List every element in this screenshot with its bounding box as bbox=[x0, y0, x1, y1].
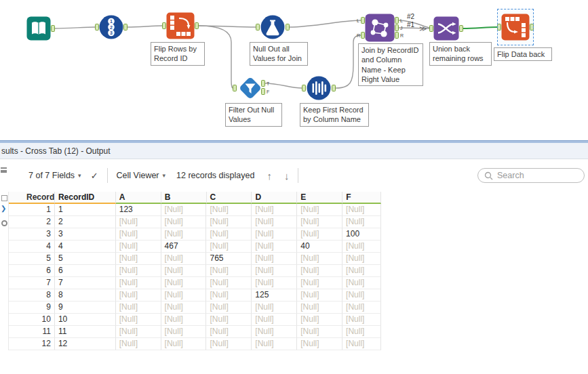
table-cell[interactable]: [Null] bbox=[206, 277, 252, 289]
table-cell[interactable]: [Null] bbox=[252, 241, 297, 253]
table-cell[interactable]: [Null] bbox=[161, 204, 207, 216]
anchor-output-formula[interactable] bbox=[286, 24, 290, 30]
table-cell[interactable]: [Null] bbox=[206, 204, 252, 216]
table-cell[interactable]: [Null] bbox=[116, 314, 161, 326]
anchor-input-join-left[interactable] bbox=[361, 18, 365, 24]
table-cell[interactable]: [Null] bbox=[297, 277, 342, 289]
table-cell[interactable]: [Null] bbox=[342, 204, 381, 216]
table-cell[interactable]: [Null] bbox=[297, 289, 342, 302]
column-header-recordid[interactable]: RecordID bbox=[55, 192, 116, 204]
table-cell[interactable]: [Null] bbox=[206, 216, 252, 228]
column-header-f[interactable]: F bbox=[342, 192, 381, 204]
table-cell[interactable]: [Null] bbox=[252, 204, 297, 216]
table-cell[interactable]: [Null] bbox=[116, 265, 161, 277]
wire-union-crosstab-selected[interactable] bbox=[463, 27, 497, 28]
table-cell[interactable]: [Null] bbox=[206, 338, 252, 350]
fields-dropdown[interactable]: 7 of 7 Fields ▾ bbox=[28, 171, 81, 180]
tool-cross-tab[interactable] bbox=[501, 14, 530, 41]
table-cell[interactable]: 2 bbox=[9, 216, 55, 228]
table-cell[interactable]: [Null] bbox=[116, 253, 161, 265]
table-cell[interactable]: [Null] bbox=[161, 228, 207, 241]
annotation-cross-tab[interactable]: Flip Data back bbox=[494, 47, 552, 61]
table-cell[interactable]: 5 bbox=[9, 253, 55, 265]
table-cell[interactable]: [Null] bbox=[297, 302, 342, 314]
expand-panel-icon[interactable]: ❯ bbox=[1, 205, 6, 212]
table-cell[interactable]: 8 bbox=[55, 289, 116, 302]
table-view-icon[interactable] bbox=[1, 167, 7, 173]
arrow-down-icon[interactable]: ↓ bbox=[284, 170, 290, 182]
wire-filter-unique[interactable] bbox=[265, 83, 302, 88]
anchor-output-unique[interactable] bbox=[332, 85, 336, 91]
table-cell[interactable]: 100 bbox=[342, 228, 381, 241]
table-cell[interactable]: 8 bbox=[9, 289, 55, 302]
tool-formula[interactable] bbox=[260, 14, 286, 40]
column-header-e[interactable]: E bbox=[297, 192, 342, 204]
profile-view-icon[interactable] bbox=[1, 220, 7, 226]
anchor-output-input-data[interactable] bbox=[52, 26, 55, 32]
column-header-a[interactable]: A bbox=[116, 192, 161, 204]
table-cell[interactable]: 12 bbox=[55, 338, 116, 350]
tool-record-id[interactable]: 1 2 3 bbox=[98, 14, 124, 40]
table-cell[interactable]: 12 bbox=[9, 338, 55, 350]
wire-recordid-transpose[interactable] bbox=[128, 26, 162, 27]
arrow-up-icon[interactable]: ↑ bbox=[267, 170, 272, 182]
table-cell[interactable]: [Null] bbox=[161, 326, 207, 338]
table-cell[interactable]: [Null] bbox=[252, 216, 297, 228]
table-cell[interactable]: [Null] bbox=[116, 338, 161, 350]
search-input[interactable] bbox=[497, 171, 578, 180]
table-cell[interactable]: [Null] bbox=[342, 253, 381, 265]
table-cell[interactable]: [Null] bbox=[342, 289, 381, 302]
table-cell[interactable]: [Null] bbox=[297, 216, 342, 228]
table-cell[interactable]: [Null] bbox=[206, 326, 252, 338]
table-cell[interactable]: [Null] bbox=[116, 228, 161, 241]
table-cell[interactable]: 3 bbox=[55, 228, 116, 241]
anchor-input-unique[interactable] bbox=[302, 85, 306, 91]
workflow-canvas[interactable]: T F L R L J R #2 #1 ≫ bbox=[0, 0, 588, 140]
table-cell[interactable]: 9 bbox=[55, 302, 116, 314]
anchor-output-join-left[interactable] bbox=[395, 18, 399, 24]
table-cell[interactable]: [Null] bbox=[342, 302, 381, 314]
table-cell[interactable]: [Null] bbox=[252, 253, 297, 265]
table-cell[interactable]: [Null] bbox=[161, 253, 207, 265]
table-cell[interactable]: 1 bbox=[55, 204, 116, 216]
anchor-input-filter[interactable] bbox=[233, 85, 237, 91]
table-cell[interactable]: [Null] bbox=[297, 204, 342, 216]
tool-input-data[interactable] bbox=[26, 16, 51, 41]
table-cell[interactable]: 5 bbox=[55, 253, 116, 265]
search-box[interactable] bbox=[477, 168, 585, 183]
table-cell[interactable]: [Null] bbox=[297, 253, 342, 265]
table-cell[interactable]: 7 bbox=[55, 277, 116, 289]
table-cell[interactable]: [Null] bbox=[297, 265, 342, 277]
anchor-output-recordid[interactable] bbox=[124, 24, 128, 30]
table-cell[interactable]: [Null] bbox=[342, 314, 381, 326]
table-cell[interactable]: 765 bbox=[206, 253, 252, 265]
table-cell[interactable]: [Null] bbox=[297, 314, 342, 326]
table-cell[interactable]: [Null] bbox=[342, 265, 381, 277]
table-cell[interactable]: [Null] bbox=[161, 277, 207, 289]
anchor-output-join-right[interactable] bbox=[395, 33, 399, 39]
anchor-input-transpose[interactable] bbox=[163, 23, 166, 29]
table-cell[interactable]: [Null] bbox=[161, 289, 207, 302]
table-cell[interactable]: 7 bbox=[9, 277, 55, 289]
column-header-c[interactable]: C bbox=[207, 192, 252, 204]
table-cell[interactable]: [Null] bbox=[161, 216, 207, 228]
table-cell[interactable]: [Null] bbox=[342, 216, 381, 228]
table-cell[interactable]: 123 bbox=[116, 204, 161, 216]
table-cell[interactable]: [Null] bbox=[206, 241, 252, 253]
table-cell[interactable]: 1 bbox=[9, 204, 55, 216]
table-cell[interactable]: [Null] bbox=[252, 265, 297, 277]
wire-unique-join[interactable] bbox=[336, 35, 361, 88]
table-cell[interactable]: 10 bbox=[9, 314, 55, 326]
table-cell[interactable]: 40 bbox=[297, 241, 342, 253]
table-cell[interactable]: [Null] bbox=[342, 338, 381, 350]
annotation-join[interactable]: Join by RecordID and Column Name - Keep … bbox=[358, 43, 423, 86]
table-cell[interactable]: [Null] bbox=[161, 302, 207, 314]
table-cell[interactable]: [Null] bbox=[161, 265, 207, 277]
anchor-output-transpose[interactable] bbox=[195, 23, 199, 29]
table-cell[interactable]: [Null] bbox=[252, 338, 297, 350]
column-header-b[interactable]: B bbox=[161, 192, 207, 204]
select-all-checkbox[interactable] bbox=[1, 195, 7, 201]
table-cell[interactable]: [Null] bbox=[252, 314, 297, 326]
table-cell[interactable]: [Null] bbox=[342, 241, 381, 253]
table-cell[interactable]: 467 bbox=[161, 241, 207, 253]
